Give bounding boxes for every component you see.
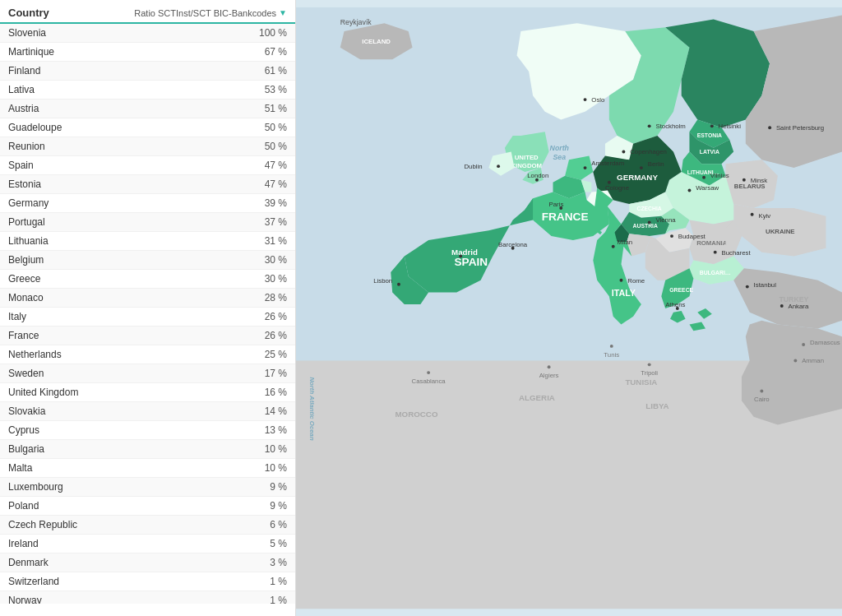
algiers-city-label: Algiers — [539, 372, 559, 379]
table-row[interactable]: Portugal37 % — [0, 213, 295, 232]
cell-ratio: 10 % — [265, 462, 287, 474]
table-row[interactable]: Slovakia14 % — [0, 402, 295, 421]
istanbul-dot — [746, 285, 749, 289]
budapest-dot — [670, 234, 673, 238]
cell-country: Malta — [8, 462, 32, 474]
amsterdam-dot — [584, 166, 587, 169]
cell-country: Netherlands — [8, 349, 62, 360]
cell-ratio: 6 % — [270, 519, 287, 530]
cell-country: Luxembourg — [8, 481, 63, 493]
table-row[interactable]: Slovenia100 % — [0, 24, 295, 43]
table-row[interactable]: France26 % — [0, 327, 295, 345]
cell-ratio: 39 % — [265, 197, 287, 209]
table-row[interactable]: Austria51 % — [0, 100, 295, 118]
oslo-city-label: Oslo — [591, 96, 605, 104]
cairo-city-label: Cairo — [754, 396, 770, 403]
table-row[interactable]: Greece30 % — [0, 270, 295, 289]
table-row[interactable]: Switzerland1 % — [0, 572, 295, 591]
table-row[interactable]: United Kingdom16 % — [0, 383, 295, 402]
table-row[interactable]: Reunion50 % — [0, 137, 295, 156]
cell-country: Portugal — [8, 216, 45, 228]
cell-ratio: 51 % — [265, 103, 287, 114]
europe-map: ICELAND ESTONIA LATVIA LITHUANI… BELARUS — [296, 0, 842, 616]
amsterdam-city-label: Amsterdam — [591, 160, 624, 167]
helsinki-dot — [710, 124, 714, 127]
budapest-city-label: Budapest — [678, 233, 706, 240]
cell-ratio: 25 % — [265, 349, 287, 360]
amman-city-label: Amman — [802, 357, 824, 364]
oslo-dot — [584, 98, 587, 101]
table-row[interactable]: Lithuania31 % — [0, 232, 295, 251]
amman-dot — [793, 359, 797, 363]
table-row[interactable]: Guadeloupe50 % — [0, 118, 295, 137]
table-row[interactable]: Denmark3 % — [0, 553, 295, 572]
cell-country: Lativa — [8, 84, 35, 95]
minsk-city-label: Minsk — [751, 177, 767, 184]
cell-country: Slovenia — [8, 27, 46, 39]
cell-ratio: 100 % — [259, 27, 287, 39]
istanbul-city-label: Istanbul — [754, 281, 777, 289]
cell-ratio: 10 % — [265, 443, 287, 455]
vienna-city-label: Vienna — [655, 217, 676, 225]
casablanca-city-label: Casablanca — [412, 377, 446, 385]
table-row[interactable]: Poland9 % — [0, 497, 295, 516]
dublin-city-label: Dublin — [464, 163, 482, 170]
cell-ratio: 53 % — [265, 84, 287, 95]
helsinki-city-label: Helsinki — [719, 123, 742, 130]
cell-ratio: 1 % — [270, 576, 287, 587]
damascus-city-label: Damascus — [810, 339, 840, 346]
cell-country: Switzerland — [8, 576, 59, 587]
table-row[interactable]: Belgium30 % — [0, 251, 295, 270]
cell-country: Finland — [8, 65, 40, 76]
cell-ratio: 30 % — [265, 254, 287, 266]
table-row[interactable]: Estonia47 % — [0, 175, 295, 194]
cell-ratio: 47 % — [265, 178, 287, 190]
table-row[interactable]: Norway1 % — [0, 591, 295, 604]
stockholm-city-label: Stockholm — [655, 123, 685, 130]
table-row[interactable]: Bulgaria10 % — [0, 440, 295, 459]
lisbon-dot — [397, 283, 400, 286]
table-row[interactable]: Lativa53 % — [0, 81, 295, 100]
vienna-dot — [648, 221, 651, 225]
cell-country: Italy — [8, 311, 26, 322]
vilnius-dot — [702, 176, 706, 179]
cell-ratio: 26 % — [265, 330, 287, 341]
damascus-dot — [802, 343, 805, 346]
table-row[interactable]: Italy26 % — [0, 308, 295, 327]
sort-arrow-icon[interactable]: ▼ — [279, 8, 287, 17]
table-row[interactable]: Luxembourg9 % — [0, 478, 295, 497]
table-row[interactable]: Netherlands25 % — [0, 345, 295, 364]
warsaw-dot — [688, 188, 692, 192]
cell-ratio: 28 % — [265, 292, 287, 303]
table-row[interactable]: Ireland5 % — [0, 535, 295, 553]
casablanca-dot — [427, 371, 430, 374]
bucharest-dot — [714, 251, 717, 254]
table-row[interactable]: Czech Republic6 % — [0, 516, 295, 535]
app: Country Ratio SCTInst/SCT BIC-Bankcodes … — [0, 0, 842, 616]
cell-ratio: 14 % — [265, 405, 287, 417]
middle-east-path — [742, 321, 842, 425]
table-row[interactable]: Germany39 % — [0, 194, 295, 213]
table-row[interactable]: Cyprus13 % — [0, 421, 295, 440]
table-row[interactable]: Martinique67 % — [0, 43, 295, 62]
table-row[interactable]: Finland61 % — [0, 62, 295, 81]
table-row[interactable]: Spain47 % — [0, 156, 295, 175]
table-row[interactable]: Malta10 % — [0, 459, 295, 478]
lisbon-city-label: Lisbon — [373, 277, 392, 285]
kyiv-dot — [751, 213, 754, 216]
table-row[interactable]: Monaco28 % — [0, 289, 295, 308]
cell-country: France — [8, 330, 39, 341]
cell-ratio: 17 % — [265, 368, 287, 379]
table-body: Slovenia100 %Martinique67 %Finland61 %La… — [0, 24, 295, 604]
col-ratio-header: Ratio SCTInst/SCT BIC-Bankcodes ▼ — [134, 8, 287, 18]
milan-dot — [612, 245, 615, 248]
table-row[interactable]: Sweden17 % — [0, 364, 295, 383]
cell-country: Slovakia — [8, 405, 45, 417]
cell-ratio: 1 % — [270, 595, 287, 604]
cell-country: Austria — [8, 103, 39, 114]
stpetersburg-city-label: Saint Petersburg — [776, 124, 824, 132]
table-header: Country Ratio SCTInst/SCT BIC-Bankcodes … — [0, 0, 295, 24]
reykjavik-city-label: Reykjavík — [340, 18, 372, 26]
cell-ratio: 16 % — [265, 387, 287, 398]
minsk-dot — [743, 178, 746, 182]
